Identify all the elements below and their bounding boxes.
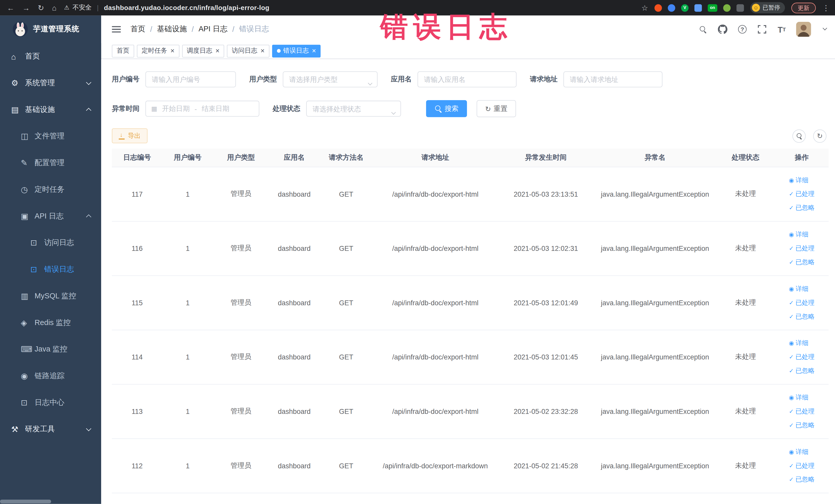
request-url-input[interactable] xyxy=(564,72,663,87)
action-detail[interactable]: ◉详细 xyxy=(789,173,808,187)
paused-badge[interactable]: ☺ 已暂停 xyxy=(750,2,785,13)
sidebar-item-config-management[interactable]: ✎配置管理 xyxy=(0,150,101,176)
font-size-icon[interactable]: TT xyxy=(776,24,787,35)
home-icon[interactable]: ⌂ xyxy=(52,3,57,12)
action-detail[interactable]: ◉详细 xyxy=(789,282,808,296)
refresh-table-button[interactable]: ↻ xyxy=(813,129,827,142)
sidebar-item-access-log[interactable]: ⊡访问日志 xyxy=(0,229,101,256)
action-processed[interactable]: ✓已处理 xyxy=(789,187,814,201)
breadcrumb-separator: / xyxy=(150,25,152,34)
reset-button[interactable]: ↻ 重置 xyxy=(477,100,516,117)
sidebar-item-log-center[interactable]: ⊡日志中心 xyxy=(0,389,101,416)
search-button[interactable]: 搜索 xyxy=(426,100,467,117)
site-security[interactable]: ⚠ 不安全 | dashboard.yudao.iocoder.cn/infra… xyxy=(64,3,269,12)
action-ignored[interactable]: ✓已忽略 xyxy=(789,418,814,432)
tab-access-log[interactable]: 访问日志× xyxy=(227,44,269,57)
keyboard-icon: ⌨ xyxy=(21,345,34,354)
chevron-down-icon[interactable] xyxy=(823,24,826,34)
date-start-placeholder[interactable]: 开始日期 xyxy=(162,104,190,114)
action-processed[interactable]: ✓已处理 xyxy=(789,241,814,255)
sidebar-item-error-log[interactable]: ⊡错误日志 xyxy=(0,256,101,283)
extension-icon[interactable] xyxy=(723,4,731,12)
update-button[interactable]: 更新 xyxy=(791,2,816,13)
action-detail[interactable]: ◉详细 xyxy=(789,445,808,459)
breadcrumb-item[interactable]: API 日志 xyxy=(199,24,227,34)
chevron-up-icon xyxy=(86,215,91,220)
date-range-picker[interactable]: ▦ 开始日期 - 结束日期 xyxy=(145,101,259,117)
check-icon: ✓ xyxy=(789,354,794,361)
close-icon[interactable]: × xyxy=(170,47,175,55)
action-ignored[interactable]: ✓已忽略 xyxy=(789,309,814,323)
row-actions: ◉详细✓已处理✓已忽略 xyxy=(789,227,814,269)
back-icon[interactable]: ← xyxy=(7,3,14,12)
tab-home[interactable]: 首页 xyxy=(112,44,134,57)
browser-menu-icon[interactable]: ⋮ xyxy=(822,3,830,12)
row-actions: ◉详细✓已处理✓已忽略 xyxy=(789,445,814,486)
sidebar-item-infrastructure[interactable]: ▤基础设施 xyxy=(0,97,101,123)
row-actions: ◉详细✓已处理✓已忽略 xyxy=(789,282,814,323)
action-processed[interactable]: ✓已处理 xyxy=(789,404,814,418)
close-icon[interactable]: × xyxy=(312,47,316,55)
sidebar-item-mysql-monitor[interactable]: ▥MySQL 监控 xyxy=(0,283,101,310)
sidebar-item-trace[interactable]: ◉链路追踪 xyxy=(0,363,101,389)
sidebar-toggle-icon[interactable] xyxy=(112,24,121,34)
extension-icon[interactable]: V xyxy=(681,4,688,12)
action-ignored[interactable]: ✓已忽略 xyxy=(789,472,814,486)
cell-user-id: 1 xyxy=(162,167,213,221)
user-id-input[interactable] xyxy=(145,72,236,87)
toggle-search-button[interactable] xyxy=(792,129,806,142)
close-icon[interactable]: × xyxy=(216,47,220,55)
cell-url: /api/infra/db-doc/export-html xyxy=(373,330,498,384)
user-type-select[interactable] xyxy=(283,72,378,87)
warning-icon: ⚠ xyxy=(64,4,69,11)
action-processed[interactable]: ✓已处理 xyxy=(789,350,814,364)
navbar-actions: ? TT xyxy=(698,22,827,37)
action-processed[interactable]: ✓已处理 xyxy=(789,296,814,309)
fullscreen-icon[interactable] xyxy=(757,24,767,35)
sidebar-item-home[interactable]: ⌂首页 xyxy=(0,43,101,70)
tab-error-log[interactable]: 错误日志× xyxy=(272,44,321,57)
action-ignored[interactable]: ✓已忽略 xyxy=(789,201,814,215)
action-detail[interactable]: ◉详细 xyxy=(789,336,808,350)
sidebar-item-java-monitor[interactable]: ⌨Java 监控 xyxy=(0,336,101,363)
user-avatar[interactable] xyxy=(796,22,811,37)
action-ignored[interactable]: ✓已忽略 xyxy=(789,364,814,378)
doc-icon: ⊡ xyxy=(30,238,43,247)
tab-label: 错误日志 xyxy=(283,46,309,55)
github-icon[interactable] xyxy=(717,24,728,35)
breadcrumb-item[interactable]: 首页 xyxy=(130,24,145,34)
export-button[interactable]: 导出 xyxy=(112,128,148,143)
extension-icon[interactable] xyxy=(655,4,662,12)
reload-icon[interactable]: ↻ xyxy=(38,3,44,12)
extension-icon[interactable] xyxy=(736,4,744,12)
tab-job[interactable]: 定时任务× xyxy=(137,44,179,57)
sidebar-item-dev-tools[interactable]: ⚒研发工具 xyxy=(0,416,101,443)
url-text[interactable]: dashboard.yudao.iocoder.cn/infra/log/api… xyxy=(104,4,269,12)
breadcrumb-item[interactable]: 基础设施 xyxy=(157,24,187,34)
app-logo[interactable]: 芋道管理系统 xyxy=(0,15,101,43)
cell-exception: java.lang.IllegalArgumentException xyxy=(594,384,716,439)
extension-icon[interactable] xyxy=(694,4,702,12)
search-icon[interactable] xyxy=(698,24,708,35)
action-ignored[interactable]: ✓已忽略 xyxy=(789,255,814,269)
forward-icon[interactable]: → xyxy=(22,3,30,12)
sidebar-item-system-management[interactable]: ⚙系统管理 xyxy=(0,70,101,97)
horizontal-scrollbar[interactable] xyxy=(0,500,51,503)
date-end-placeholder[interactable]: 结束日期 xyxy=(202,104,229,114)
sidebar-item-scheduled-jobs[interactable]: ◷定时任务 xyxy=(0,176,101,203)
help-icon[interactable]: ? xyxy=(737,24,748,35)
sidebar-item-api-log[interactable]: ▣API 日志 xyxy=(0,203,101,229)
close-icon[interactable]: × xyxy=(261,47,265,55)
action-processed[interactable]: ✓已处理 xyxy=(789,459,814,472)
extension-icon[interactable] xyxy=(668,4,675,12)
process-status-select[interactable] xyxy=(306,101,401,117)
sidebar-item-file-management[interactable]: ◫文件管理 xyxy=(0,123,101,150)
table-row: 1151管理员dashboardGET/api/infra/db-doc/exp… xyxy=(112,276,829,330)
action-detail[interactable]: ◉详细 xyxy=(789,227,808,241)
action-detail[interactable]: ◉详细 xyxy=(789,390,808,404)
sidebar-item-redis-monitor[interactable]: ◈Redis 监控 xyxy=(0,309,101,336)
app-name-input[interactable] xyxy=(418,72,517,87)
tab-job-log[interactable]: 调度日志× xyxy=(182,44,224,57)
bookmark-star-icon[interactable]: ☆ xyxy=(641,3,648,12)
extension-icon[interactable]: on xyxy=(708,4,717,12)
